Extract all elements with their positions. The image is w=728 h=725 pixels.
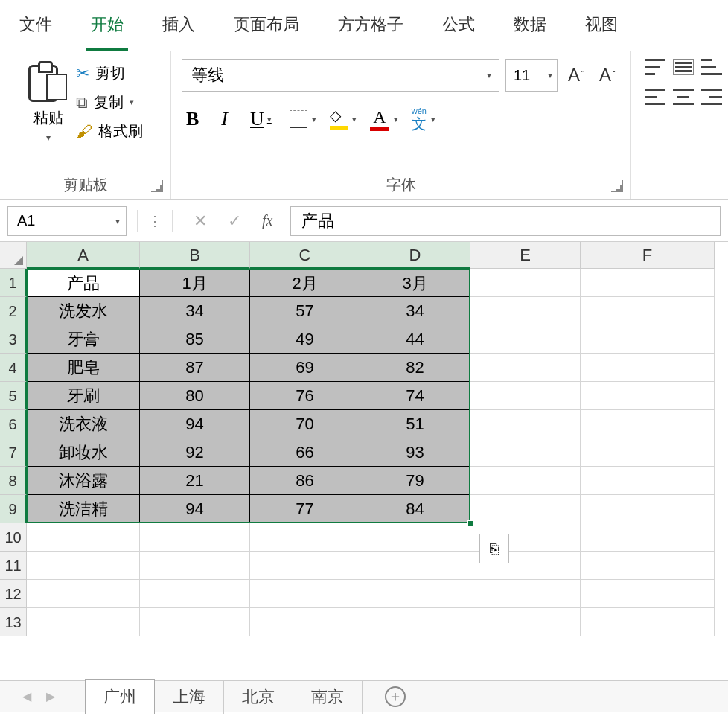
cell[interactable]: 79	[360, 467, 470, 495]
cell[interactable]	[470, 495, 581, 523]
cell[interactable]: 76	[250, 382, 360, 410]
cell[interactable]	[360, 580, 470, 608]
cell[interactable]: 牙膏	[27, 325, 140, 354]
cell[interactable]: 洗发水	[27, 297, 140, 325]
cell[interactable]	[140, 552, 250, 580]
cell[interactable]: 21	[140, 467, 250, 495]
align-top-button[interactable]	[645, 59, 665, 75]
cell[interactable]	[581, 354, 715, 382]
row-header[interactable]: 10	[0, 523, 27, 552]
cell[interactable]: 44	[360, 325, 470, 354]
align-right-button[interactable]	[701, 89, 722, 105]
cell[interactable]: 34	[140, 297, 250, 325]
cell[interactable]	[470, 269, 581, 297]
copy-button[interactable]: ⧉ 复制 ▾	[76, 92, 143, 112]
italic-button[interactable]: I	[217, 108, 232, 130]
fill-color-button[interactable]: ▾	[330, 109, 357, 130]
tab-next-button[interactable]: ▶	[46, 689, 55, 703]
menu-file[interactable]: 文件	[15, 6, 57, 51]
new-sheet-button[interactable]: ＋	[385, 686, 406, 707]
cell[interactable]: 94	[140, 495, 250, 523]
sheet-tab-shanghai[interactable]: 上海	[155, 680, 224, 714]
menu-formulas[interactable]: 公式	[438, 6, 479, 51]
cell[interactable]: 2月	[250, 269, 360, 297]
cell[interactable]	[581, 523, 715, 552]
cell[interactable]: 洗衣液	[27, 410, 140, 438]
cell[interactable]: 70	[250, 410, 360, 438]
cancel-button[interactable]: ✕	[183, 211, 217, 231]
cell[interactable]	[360, 608, 470, 636]
cell[interactable]	[470, 325, 581, 354]
chevron-down-icon[interactable]: ▾	[130, 98, 134, 107]
formula-input[interactable]: 产品	[290, 206, 721, 236]
cell[interactable]: 94	[140, 410, 250, 438]
cell[interactable]: 洗洁精	[27, 495, 140, 523]
menu-ffgz[interactable]: 方方格子	[333, 6, 408, 51]
increase-font-button[interactable]: Aˆ	[563, 65, 589, 86]
align-center-button[interactable]	[673, 89, 694, 105]
cell[interactable]	[581, 438, 715, 467]
col-header-B[interactable]: B	[140, 242, 250, 269]
cell[interactable]	[250, 523, 360, 552]
row-header[interactable]: 5	[0, 382, 27, 410]
row-header[interactable]: 4	[0, 354, 27, 382]
cell[interactable]: 牙刷	[27, 382, 140, 410]
confirm-button[interactable]: ✓	[217, 211, 252, 231]
row-header[interactable]: 6	[0, 410, 27, 438]
menu-page-layout[interactable]: 页面布局	[229, 6, 304, 51]
menu-view[interactable]: 视图	[581, 6, 622, 51]
cell[interactable]: 沐浴露	[27, 467, 140, 495]
cell[interactable]: 82	[360, 354, 470, 382]
cell[interactable]	[27, 580, 140, 608]
cell[interactable]	[27, 523, 140, 552]
chevron-down-icon[interactable]: ▾	[46, 132, 51, 143]
sheet-tab-guangzhou[interactable]: 广州	[85, 679, 155, 714]
align-middle-button[interactable]	[673, 59, 694, 75]
phonetic-button[interactable]: wén 文 ▾	[412, 106, 435, 132]
row-header[interactable]: 11	[0, 552, 27, 580]
cell[interactable]: 产品	[27, 269, 140, 297]
underline-button[interactable]: U▾	[246, 108, 276, 130]
cell[interactable]: 34	[360, 297, 470, 325]
decrease-font-button[interactable]: Aˇ	[595, 65, 620, 86]
row-header[interactable]: 1	[0, 269, 27, 297]
cell[interactable]	[470, 438, 581, 467]
cell[interactable]: 80	[140, 382, 250, 410]
border-button[interactable]: ▾	[290, 110, 316, 128]
cell[interactable]: 84	[360, 495, 470, 523]
cell[interactable]: 74	[360, 382, 470, 410]
cell[interactable]	[581, 580, 715, 608]
cell[interactable]	[581, 325, 715, 354]
cell[interactable]: 93	[360, 438, 470, 467]
col-header-E[interactable]: E	[470, 242, 581, 269]
cell[interactable]	[470, 410, 581, 438]
cell[interactable]: 69	[250, 354, 360, 382]
menu-home[interactable]: 开始	[86, 6, 128, 51]
font-name-select[interactable]: 等线 ▾	[182, 59, 499, 92]
cell[interactable]	[27, 608, 140, 636]
cell[interactable]	[581, 269, 715, 297]
cell[interactable]: 87	[140, 354, 250, 382]
cell[interactable]	[581, 608, 715, 636]
font-dialog-launcher[interactable]	[611, 180, 623, 192]
cell[interactable]	[581, 552, 715, 580]
cell[interactable]	[470, 297, 581, 325]
cell[interactable]	[140, 523, 250, 552]
select-all-corner[interactable]	[0, 242, 27, 269]
cell[interactable]	[140, 608, 250, 636]
col-header-C[interactable]: C	[250, 242, 360, 269]
cell[interactable]	[470, 354, 581, 382]
sheet-tab-beijing[interactable]: 北京	[224, 680, 293, 714]
row-header[interactable]: 8	[0, 467, 27, 495]
cell[interactable]	[581, 467, 715, 495]
cell[interactable]	[470, 608, 581, 636]
align-left-button[interactable]	[645, 89, 665, 105]
insert-function-button[interactable]: fx	[252, 212, 283, 229]
cell[interactable]: 77	[250, 495, 360, 523]
col-header-D[interactable]: D	[360, 242, 470, 269]
spreadsheet-grid[interactable]: A B C D E F 1产品1月2月3月2洗发水3457343牙膏854944…	[0, 242, 728, 636]
clipboard-dialog-launcher[interactable]	[151, 180, 163, 192]
menu-insert[interactable]: 插入	[158, 6, 199, 51]
cell[interactable]	[250, 608, 360, 636]
name-box[interactable]: A1 ▾	[7, 206, 127, 236]
